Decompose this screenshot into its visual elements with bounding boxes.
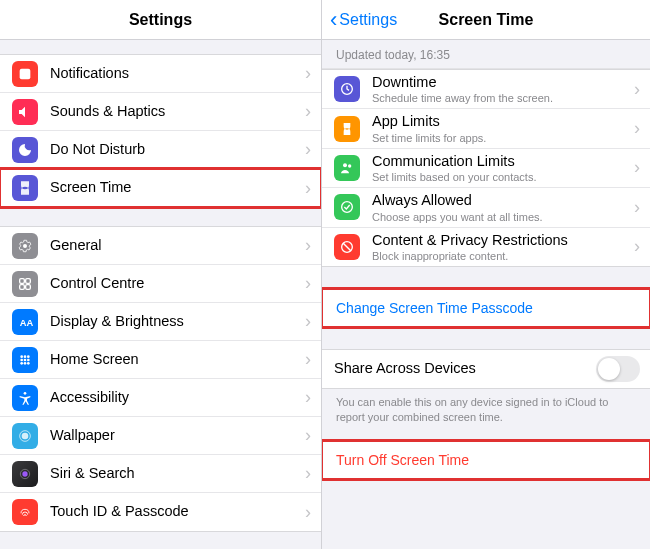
screentime-pane: ‹ Settings Screen Time Updated today, 16… [322,0,650,549]
chevron-right-icon: › [634,236,640,257]
row-allowed[interactable]: Always Allowed Choose apps you want at a… [322,188,650,227]
accessibility-icon [12,385,38,411]
home-screen-icon [12,347,38,373]
settings-group-1: Notifications › Sounds & Haptics › Do No… [0,54,321,208]
svg-point-7 [20,355,23,358]
svg-text:AA: AA [20,318,33,328]
row-display[interactable]: AA Display & Brightness › [0,303,321,341]
row-general[interactable]: General › [0,227,321,265]
control-centre-icon [12,271,38,297]
wallpaper-icon [12,423,38,449]
row-sounds[interactable]: Sounds & Haptics › [0,93,321,131]
svg-point-17 [22,432,29,439]
row-share-devices[interactable]: Share Across Devices [322,350,650,388]
settings-pane: Settings Notifications › Sounds & Haptic… [0,0,322,549]
row-touchid[interactable]: Touch ID & Passcode › [0,493,321,531]
screentime-title: Screen Time [439,11,534,29]
share-toggle[interactable] [596,356,640,382]
svg-point-11 [24,358,27,361]
screentime-options: Downtime Schedule time away from the scr… [322,69,650,267]
row-label: Home Screen [50,351,299,368]
row-applimits[interactable]: App Limits Set time limits for apps. › [322,109,650,148]
row-home-screen[interactable]: Home Screen › [0,341,321,379]
chevron-right-icon: › [305,349,311,370]
chevron-right-icon: › [305,502,311,523]
general-icon [12,233,38,259]
svg-point-22 [343,163,347,167]
row-wallpaper[interactable]: Wallpaper › [0,417,321,455]
row-dnd[interactable]: Do Not Disturb › [0,131,321,169]
row-restrictions[interactable]: Content & Privacy Restrictions Block ina… [322,228,650,266]
row-label: Always Allowed [372,192,628,209]
svg-point-13 [20,362,23,365]
row-label: App Limits [372,113,628,130]
change-passcode-group: Change Screen Time Passcode [322,289,650,327]
update-status: Updated today, 16:35 [322,40,650,69]
settings-title: Settings [129,11,192,29]
svg-rect-0 [20,68,31,79]
change-passcode-button[interactable]: Change Screen Time Passcode [322,290,650,326]
chevron-right-icon: › [305,235,311,256]
chevron-right-icon: › [305,387,311,408]
row-label: Touch ID & Passcode [50,503,299,520]
chevron-right-icon: › [634,118,640,139]
chevron-left-icon: ‹ [330,9,337,31]
share-group: Share Across Devices [322,349,650,389]
svg-point-8 [24,355,27,358]
touchid-icon [12,499,38,525]
svg-rect-4 [20,284,25,289]
chevron-right-icon: › [305,425,311,446]
chevron-right-icon: › [634,79,640,100]
svg-point-14 [24,362,27,365]
row-screen-time[interactable]: Screen Time › [0,169,321,207]
back-button[interactable]: ‹ Settings [330,9,397,31]
row-label: Share Across Devices [334,360,596,377]
row-accessibility[interactable]: Accessibility › [0,379,321,417]
applimits-icon [334,116,360,142]
svg-point-24 [342,202,353,213]
chevron-right-icon: › [634,197,640,218]
row-control-centre[interactable]: Control Centre › [0,265,321,303]
settings-group-2: General › Control Centre › AA Display & … [0,226,321,532]
svg-point-23 [348,164,351,167]
commlimits-icon [334,155,360,181]
turn-off-button[interactable]: Turn Off Screen Time [322,442,650,478]
row-label: Wallpaper [50,427,299,444]
restrictions-icon [334,234,360,260]
chevron-right-icon: › [305,463,311,484]
turn-off-group: Turn Off Screen Time [322,441,650,479]
row-label: Control Centre [50,275,299,292]
svg-point-12 [27,358,30,361]
svg-point-9 [27,355,30,358]
downtime-icon [334,76,360,102]
allowed-icon [334,194,360,220]
row-label: Notifications [50,65,299,82]
row-sub: Block inappropriate content. [372,250,628,262]
row-label: Content & Privacy Restrictions [372,232,628,249]
share-note: You can enable this on any device signed… [322,389,650,435]
row-label: Sounds & Haptics [50,103,299,120]
chevron-right-icon: › [305,101,311,122]
settings-header: Settings [0,0,321,40]
siri-icon [12,461,38,487]
chevron-right-icon: › [305,139,311,160]
chevron-right-icon: › [305,63,311,84]
screentime-icon [12,175,38,201]
row-label: Communication Limits [372,153,628,170]
row-sub: Schedule time away from the screen. [372,92,628,104]
row-commlimits[interactable]: Communication Limits Set limits based on… [322,149,650,188]
sounds-icon [12,99,38,125]
chevron-right-icon: › [634,157,640,178]
row-label: Do Not Disturb [50,141,299,158]
display-icon: AA [12,309,38,335]
row-downtime[interactable]: Downtime Schedule time away from the scr… [322,70,650,109]
row-label: Accessibility [50,389,299,406]
row-siri[interactable]: Siri & Search › [0,455,321,493]
row-label: Screen Time [50,179,299,196]
row-sub: Set time limits for apps. [372,132,628,144]
chevron-right-icon: › [305,273,311,294]
svg-point-10 [20,358,23,361]
row-label: Downtime [372,74,628,91]
row-sub: Set limits based on your contacts. [372,171,628,183]
row-notifications[interactable]: Notifications › [0,55,321,93]
